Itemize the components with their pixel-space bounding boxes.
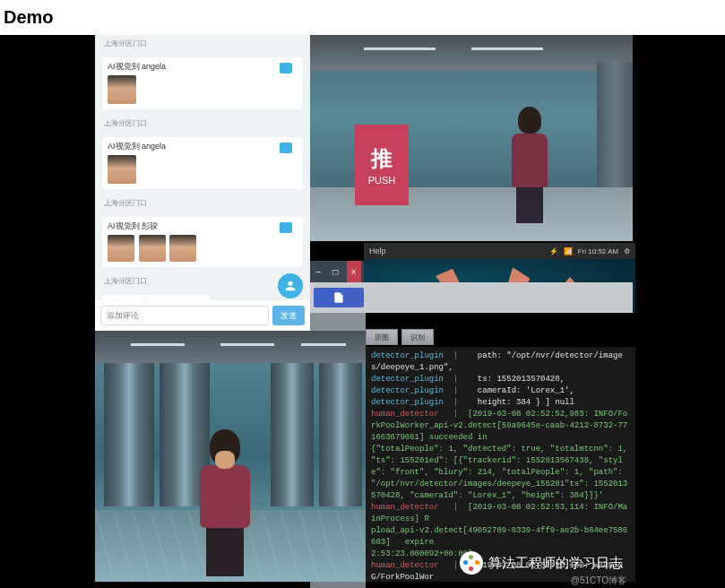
ceiling [95, 331, 366, 363]
chat-timestamp: 上海分区门口 [95, 35, 310, 52]
chat-label: AI视觉到 angela [108, 61, 298, 73]
face-thumbnail [108, 235, 134, 262]
page-title: Demo [0, 0, 725, 35]
chat-message[interactable]: AI视觉到 彭骏 [102, 217, 303, 267]
camera-feed-bottom [95, 331, 366, 582]
close-button[interactable]: × [347, 261, 361, 282]
chat-input-bar: 发送 [95, 300, 310, 331]
file-tab[interactable] [314, 288, 364, 307]
chat-timestamp: 上海分区门口 [95, 195, 310, 212]
push-sign: 推 PUSH [355, 125, 409, 205]
elevator-door [104, 363, 154, 506]
tab-original[interactable]: 原图 [366, 329, 398, 345]
watermark-text: 算法工程师的学习日志 [488, 555, 623, 572]
network-icon[interactable]: 📶 [564, 247, 573, 255]
face-thumbnail [169, 235, 196, 262]
chat-message[interactable]: AI视觉到 angela [102, 137, 303, 189]
message-icon [280, 222, 292, 233]
demo-image: 上海分区门口 AI视觉到 angela 上海分区门口 AI视觉到 angela … [0, 35, 725, 588]
watermark: 算法工程师的学习日志 [460, 551, 623, 575]
face-thumbnail [108, 75, 136, 104]
face-thumbnail [139, 235, 166, 262]
window-controls: − □ × [310, 261, 364, 282]
chat-label: AI视觉到 彭骏 [108, 220, 298, 232]
copyright-text: @51CTO博客 [571, 575, 626, 587]
chat-timestamp: 上海分区门口 [95, 115, 310, 132]
send-button[interactable]: 发送 [272, 306, 305, 325]
minimize-button[interactable]: − [313, 265, 324, 278]
maximize-button[interactable]: □ [330, 265, 341, 278]
elevator-door [271, 363, 314, 506]
toolbar [310, 282, 633, 313]
message-icon [280, 143, 292, 153]
elevator-door [319, 363, 362, 506]
chat-message[interactable]: AI视觉到 angela [102, 57, 303, 109]
wechat-logo-icon [460, 551, 483, 575]
wifi-icon[interactable]: ⚡ [549, 247, 558, 255]
face-thumbnail [108, 155, 136, 184]
chat-label: AI视觉到 angela [108, 141, 298, 152]
chat-panel: 上海分区门口 AI视觉到 angela 上海分区门口 AI视觉到 angela … [95, 35, 310, 331]
camera-feed-top: 推 PUSH [310, 35, 633, 241]
ceiling [310, 35, 633, 71]
tab-detect[interactable]: 识别 [401, 329, 434, 345]
clock[interactable]: Fri 10:52 AM [578, 247, 618, 255]
user-avatar-icon[interactable] [278, 273, 303, 298]
terminal-output[interactable]: detector_plugin | path: "/opt/nvr/detect… [366, 347, 635, 582]
detected-person [194, 429, 256, 573]
push-sign-cn: 推 [371, 144, 393, 173]
chat-input[interactable] [100, 306, 269, 325]
menu-help[interactable]: Help [369, 246, 386, 255]
detected-person [507, 107, 552, 223]
message-icon [280, 63, 292, 74]
system-tray: ⚡ 📶 Fri 10:52 AM ⚙ [456, 243, 635, 259]
push-sign-en: PUSH [368, 175, 396, 186]
settings-icon[interactable]: ⚙ [624, 247, 630, 255]
